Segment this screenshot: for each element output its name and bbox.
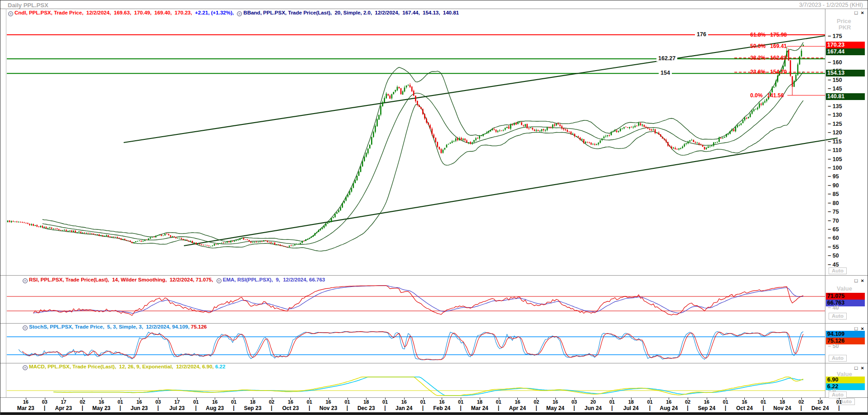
x-axis-day-label: 01 [193, 399, 198, 405]
x-axis-month-separator: | [800, 405, 802, 411]
x-axis-month-label: Oct 23 [282, 405, 299, 411]
x-axis-month-label: Oct 24 [736, 405, 753, 411]
price-tick: − 120 [828, 129, 842, 136]
price-tick: − 55 [828, 244, 839, 250]
x-axis-day-label: 18 [363, 399, 369, 405]
price-tick: − 160 [828, 59, 842, 66]
x-axis-day-label: 02 [798, 399, 804, 405]
panel-maximize-icon[interactable]: □ [854, 365, 858, 371]
collapse-icon[interactable]: - [23, 278, 28, 283]
auto-button[interactable]: Auto [829, 355, 847, 362]
rsi-legend: -RSI, PPL.PSX, Trade Price(Last), 14, Wi… [22, 277, 325, 283]
collapse-icon[interactable]: - [23, 365, 28, 370]
x-axis-month-label: Nov 23 [319, 405, 337, 411]
price-axis-unit: PKR [839, 24, 851, 31]
x-axis-month-label: Nov 24 [773, 405, 791, 411]
x-axis-month-label: Aug 24 [660, 405, 678, 411]
stoch-value-box: 94.109 [826, 331, 865, 338]
x-axis-day-label: 16 [553, 399, 558, 405]
x-axis-day-label: 20 [590, 399, 596, 405]
x-axis-day-label: 16 [99, 399, 104, 405]
main-legend-segment: Cndl, PPL.PSX, Trade Price, 12/2/2024, 1… [14, 10, 195, 15]
bollinger-upper-line [43, 43, 803, 242]
panel-controls: □× [851, 278, 864, 283]
axis-divider [825, 9, 825, 397]
x-axis-day-label: 01 [382, 399, 388, 405]
x-axis-day-label: 16 [704, 399, 709, 405]
x-axis-month-label: Jan 24 [395, 405, 412, 411]
x-axis-day-label: 01 [231, 399, 236, 405]
bollinger-lower-line [43, 100, 803, 251]
x-axis-month-label: Apr 24 [509, 405, 526, 411]
plot-left-frame [6, 9, 6, 397]
price-tick: − 65 [828, 226, 839, 233]
panel-maximize-icon[interactable]: □ [854, 10, 858, 15]
collapse-icon[interactable]: - [8, 11, 13, 16]
x-axis-month-label: Jul 24 [623, 405, 639, 411]
fib-label: 0.0% 141.56 [750, 92, 784, 99]
x-axis-day-label: 03 [571, 399, 577, 405]
x-axis-day-label: 01 [458, 399, 463, 405]
macd-value-box: 6.90 [826, 377, 865, 383]
x-axis-day-label: 16 [326, 399, 331, 405]
x-axis-day-label: 01 [647, 399, 652, 405]
trend-channel-lower [184, 138, 838, 246]
x-axis-month-label: Mar 23 [17, 405, 34, 411]
auto-button[interactable]: Auto [829, 267, 847, 274]
panel-close-icon[interactable]: × [861, 365, 864, 371]
x-axis-month-separator: | [535, 405, 537, 411]
x-axis-day-label: 16 [742, 399, 747, 405]
x-axis-month-separator: | [611, 405, 612, 411]
macd-line [53, 377, 803, 396]
collapse-icon[interactable]: - [23, 325, 28, 330]
auto-button[interactable]: Auto [829, 313, 847, 320]
x-axis-month-separator: | [384, 405, 386, 411]
panel-close-icon[interactable]: × [861, 10, 864, 15]
macd-legend: -MACD, PPL.PSX, Trade Price(Last), 12, 2… [22, 364, 225, 370]
chart-window: Daily PPL.PSX 3/7/2023 - 1/2/2025 (KHI) … [0, 0, 868, 415]
x-axis-month-label: Jul 23 [169, 405, 185, 411]
collapse-icon[interactable]: - [237, 11, 242, 16]
x-axis-day-label: 01 [344, 399, 350, 405]
panel-divider-rsi [0, 275, 868, 276]
inline-level-label: 162.27 [656, 55, 677, 62]
x-axis-month-label: Jun 23 [130, 405, 148, 411]
x-axis-day-label: 16 [401, 399, 407, 405]
price-tick: − 150 [828, 77, 842, 83]
panel-close-icon[interactable]: × [861, 278, 864, 283]
x-axis-month-label: Sep 23 [244, 405, 261, 411]
x-axis-day-label: 01 [609, 399, 615, 405]
x-axis-day-label: 02 [269, 399, 274, 405]
price-tick: − 125 [828, 121, 842, 127]
x-axis-day-label: 02 [534, 399, 539, 405]
x-axis-day-label: 01 [307, 399, 312, 405]
x-axis-month-separator: | [233, 405, 234, 411]
panel-divider-macd [0, 363, 868, 363]
inline-level-label: 154 [659, 70, 672, 76]
macd-legend-segment: 6.22 [215, 364, 225, 369]
collapse-icon[interactable]: - [217, 278, 222, 283]
price-value-box: 140.81 [826, 93, 865, 100]
x-axis-day-label: 03 [155, 399, 161, 405]
x-axis-day-label: 18 [477, 399, 482, 405]
fib-label: 50.0% 169.41 [750, 43, 787, 49]
panel-maximize-icon[interactable]: □ [854, 278, 858, 283]
x-axis-month-separator: | [762, 405, 764, 411]
price-tick: − 75 [828, 209, 839, 215]
x-axis-month-separator: | [309, 405, 310, 411]
price-value-box: 167.44 [826, 48, 865, 55]
x-axis-month-separator: | [82, 405, 83, 411]
stoch-d-line [22, 332, 803, 360]
x-axis-month-separator: | [498, 405, 499, 411]
price-tick: − 90 [828, 182, 839, 189]
rsi-legend-segment: EMA, RSI(PPL.PSX), 9, 12/2/2024, 66.763 [223, 277, 325, 282]
price-tick: − 70 [828, 218, 839, 224]
x-axis-day-label: 17 [61, 399, 66, 405]
x-axis-month-separator: | [574, 405, 575, 411]
x-axis-month-label: May 24 [546, 405, 564, 411]
stoch-legend: -StochS, PPL.PSX, Trade Price, 5, 3, Sim… [22, 324, 207, 330]
x-axis-month-label: Apr 23 [55, 405, 72, 411]
auto-button[interactable]: Auto [829, 391, 847, 398]
x-axis-month-label: Dec 24 [811, 405, 829, 411]
x-axis-day-label: 02 [80, 399, 85, 405]
